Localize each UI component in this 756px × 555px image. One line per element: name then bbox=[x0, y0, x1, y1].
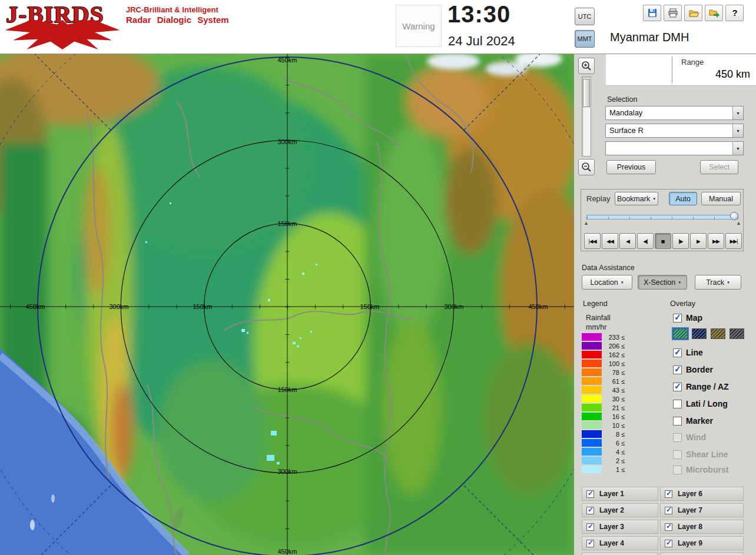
timeline-start-marker-icon: ▲ bbox=[583, 220, 589, 226]
replay-slider-thumb[interactable] bbox=[730, 212, 738, 220]
radar-map-canvas: 450km 300km 150km 150km 300km 450km 450k… bbox=[0, 54, 574, 555]
line-checkbox[interactable]: ✓ bbox=[673, 348, 682, 357]
playback-fast-forward-button[interactable]: ▶▶ bbox=[708, 233, 724, 249]
bookmark-button[interactable]: Bookmark ▼ bbox=[615, 192, 658, 205]
mmt-button[interactable]: MMT bbox=[575, 30, 595, 48]
chevron-down-icon[interactable]: ▼ bbox=[732, 142, 743, 155]
previous-button[interactable]: Previous bbox=[606, 160, 656, 174]
overlay-item-range-az[interactable]: ✓ Range / AZ bbox=[673, 382, 729, 391]
layer-list-right: ✓Layer 6 ✓Layer 7 ✓Layer 8 ✓Layer 9 ✓Lay… bbox=[660, 487, 744, 555]
border-checkbox[interactable]: ✓ bbox=[673, 365, 682, 374]
legend-row: 100≤ bbox=[582, 360, 625, 367]
zoom-control bbox=[578, 58, 595, 175]
playback-skip-end-button[interactable]: ▶▶| bbox=[725, 233, 742, 249]
manual-button[interactable]: Manual bbox=[701, 192, 741, 205]
layer-checkbox[interactable]: ✓ bbox=[665, 540, 672, 547]
map-style-picker bbox=[673, 328, 744, 339]
map-checkbox[interactable]: ✓ bbox=[673, 314, 682, 323]
map-style-terrain[interactable] bbox=[673, 328, 688, 339]
overlay-item-lati-long[interactable]: Lati / Long bbox=[673, 399, 728, 408]
layer-row[interactable]: ✓Layer 2 bbox=[582, 503, 658, 517]
auto-button[interactable]: Auto bbox=[669, 192, 697, 205]
replay-timeline-slider[interactable] bbox=[586, 215, 738, 220]
layer-row[interactable]: ✓Layer 1 bbox=[582, 487, 658, 501]
chevron-down-icon[interactable]: ▼ bbox=[732, 124, 743, 137]
layer-checkbox[interactable]: ✓ bbox=[586, 540, 594, 547]
x-section-button[interactable]: X-Section ▼ bbox=[638, 275, 687, 290]
range-az-checkbox[interactable]: ✓ bbox=[673, 383, 682, 391]
location-button[interactable]: Location ▼ bbox=[582, 275, 632, 290]
legend-row: 16≤ bbox=[582, 413, 625, 420]
legend-label: Legend bbox=[583, 300, 608, 308]
clock-date: 24 Jul 2024 bbox=[448, 34, 515, 49]
open-folder-button[interactable] bbox=[684, 5, 702, 21]
marker-checkbox[interactable] bbox=[673, 417, 682, 426]
layer-row[interactable]: ✓Layer 10 bbox=[660, 553, 744, 555]
option-select[interactable]: ▼ bbox=[605, 141, 744, 155]
map-style-gray[interactable] bbox=[730, 328, 744, 339]
layer-row[interactable]: ✓Layer 8 bbox=[660, 520, 744, 534]
legend-row: 10≤ bbox=[582, 421, 625, 429]
playback-play-button[interactable]: ▶ bbox=[690, 233, 707, 249]
zoom-slider-thumb[interactable] bbox=[583, 79, 590, 107]
print-button[interactable] bbox=[664, 5, 682, 21]
layer-checkbox[interactable]: ✓ bbox=[665, 490, 672, 498]
playback-stop-button[interactable]: ■ bbox=[655, 233, 671, 249]
layer-row[interactable]: ✓Layer 7 bbox=[660, 503, 744, 517]
overlay-item-border[interactable]: ✓ Border bbox=[673, 365, 713, 374]
legend-row: 162≤ bbox=[582, 351, 625, 358]
overlay-item-map[interactable]: ✓ Map bbox=[673, 313, 702, 323]
range-label: 150km bbox=[360, 303, 379, 310]
zoom-out-button[interactable] bbox=[578, 159, 595, 175]
playback-step-forward-button[interactable]: |▶ bbox=[672, 233, 689, 249]
layer-checkbox[interactable]: ✓ bbox=[586, 507, 594, 514]
layer-row[interactable]: ✓Layer 6 bbox=[660, 487, 744, 501]
legend-color bbox=[582, 413, 602, 420]
layer-checkbox[interactable]: ✓ bbox=[665, 523, 672, 531]
legend-row: 1≤ bbox=[582, 466, 625, 473]
export-button[interactable] bbox=[705, 5, 723, 21]
map-style-olive[interactable] bbox=[711, 328, 725, 339]
lati-long-checkbox[interactable] bbox=[673, 400, 682, 408]
legend-row: 30≤ bbox=[582, 395, 625, 403]
save-button[interactable] bbox=[643, 5, 661, 21]
map-style-dark[interactable] bbox=[692, 328, 707, 339]
zoom-in-button[interactable] bbox=[578, 58, 595, 74]
layer-list-left: ✓Layer 1 ✓Layer 2 ✓Layer 3 ✓Layer 4 ✓Lay… bbox=[582, 487, 658, 555]
chevron-down-icon[interactable]: ▼ bbox=[732, 107, 743, 119]
legend-color bbox=[582, 386, 602, 394]
overlay-item-line[interactable]: ✓ Line bbox=[673, 348, 703, 357]
warning-indicator[interactable]: Warning bbox=[396, 5, 442, 47]
legend-row: 8≤ bbox=[582, 430, 625, 438]
layer-checkbox[interactable]: ✓ bbox=[586, 523, 594, 531]
overlay-item-wind: Wind bbox=[673, 433, 706, 442]
layer-checkbox[interactable]: ✓ bbox=[586, 490, 594, 498]
layer-checkbox[interactable]: ✓ bbox=[665, 507, 672, 514]
data-assistance-label: Data Assistance bbox=[582, 264, 635, 272]
help-button[interactable]: ? bbox=[725, 5, 744, 21]
legend-color bbox=[582, 377, 602, 385]
select-button[interactable]: Select bbox=[700, 160, 738, 174]
legend-color bbox=[582, 430, 602, 438]
product-select[interactable]: Surface R ▼ bbox=[605, 124, 744, 138]
legend-color bbox=[582, 404, 602, 411]
radar-map[interactable]: 450km 300km 150km 150km 300km 450km 450k… bbox=[0, 54, 574, 555]
track-button[interactable]: Track ▼ bbox=[695, 275, 741, 290]
playback-fast-rewind-button[interactable]: ◀◀ bbox=[602, 233, 618, 249]
playback-step-back-button[interactable]: ◀| bbox=[637, 233, 654, 249]
chevron-down-icon: ▼ bbox=[652, 197, 656, 201]
layer-row[interactable]: ✓Layer 3 bbox=[582, 520, 658, 534]
layer-row[interactable]: ✓Layer 9 bbox=[660, 536, 744, 550]
layer-row[interactable]: ✓Layer 5 bbox=[582, 553, 658, 555]
utc-button[interactable]: UTC bbox=[575, 8, 595, 25]
playback-rewind-start-button[interactable]: |◀◀ bbox=[584, 233, 601, 249]
layer-row[interactable]: ✓Layer 4 bbox=[582, 536, 658, 550]
legend-row: 61≤ bbox=[582, 377, 625, 385]
overlay-item-marker[interactable]: Marker bbox=[673, 416, 713, 426]
station-select[interactable]: Mandalay ▼ bbox=[605, 106, 744, 120]
legend-color bbox=[582, 439, 602, 447]
shear-line-checkbox bbox=[673, 450, 682, 459]
playback-play-reverse-button[interactable]: ◀ bbox=[619, 233, 636, 249]
zoom-slider[interactable] bbox=[582, 77, 591, 157]
range-label: 450km bbox=[528, 303, 548, 310]
